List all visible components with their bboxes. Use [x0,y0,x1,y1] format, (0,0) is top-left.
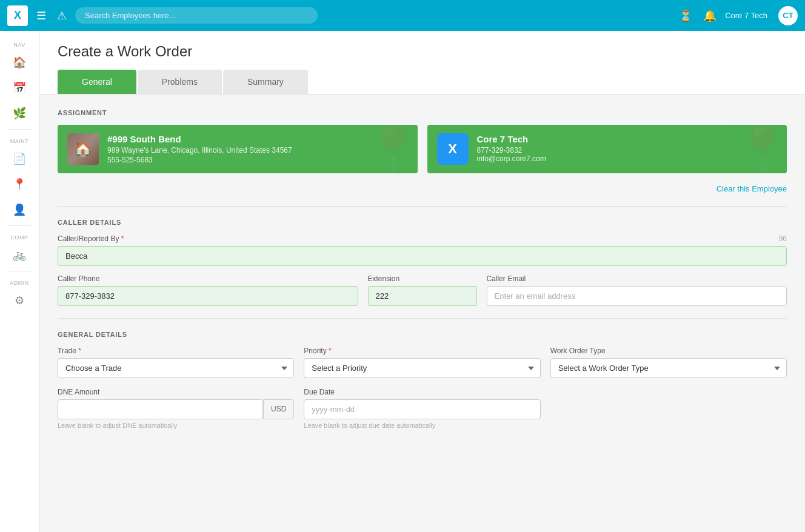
bell-icon[interactable]: 🔔 [701,7,719,25]
caller-email-input[interactable] [487,286,787,306]
due-date-group: Due Date Leave blank to adjust due date … [304,388,540,429]
dne-duedate-row: DNE Amount USD Leave blank to adjust DNE… [58,388,787,429]
general-section-title: GENERAL DETAILS [58,331,787,338]
property-card[interactable]: 🏠 #999 South Bend 989 Wayne's Lane, Chic… [58,125,418,173]
assignment-section: ASSIGNMENT 🏠 #999 South Bend 989 Wayne's… [58,109,787,194]
divider-1 [58,206,787,207]
page-header: Create a Work Order General Problems Sum… [39,31,805,95]
due-date-label: Due Date [304,388,540,396]
extension-label: Extension [368,274,477,283]
clear-employee-container: Clear this Employee [58,183,787,194]
sidebar-item-location[interactable]: 📍 [5,172,33,196]
sidebar-item-bike[interactable]: 🚲 [5,243,33,267]
main-content: Create a Work Order General Problems Sum… [39,31,805,532]
company-logo: X [437,133,469,165]
extension-input[interactable] [368,286,477,306]
trade-select[interactable]: Choose a Trade [58,358,294,378]
divider-2 [58,318,787,319]
dne-group: DNE Amount USD Leave blank to adjust DNE… [58,388,294,429]
sidebar-item-settings[interactable]: ⚙ [5,288,33,313]
sidebar-item-docs[interactable]: 📄 [5,147,33,171]
sidebar: NAV 🏠 📅 🌿 MAINT 📄 📍 👤 COMP 🚲 ADMIN ⚙ [0,31,39,532]
tabs: General Problems Summary [58,70,787,94]
hourglass-icon[interactable]: ⏳ [676,7,695,25]
priority-required: * [329,347,332,355]
caller-details-section: CALLER DETAILS Caller/Reported By * 96 C… [58,219,787,306]
sidebar-item-calendar[interactable]: 📅 [5,76,33,100]
general-details-section: GENERAL DETAILS Trade * Choose a Trade [58,331,787,429]
app-logo[interactable]: X [7,5,28,26]
comp-section-label: COMP [11,234,28,241]
dne-label: DNE Amount [58,388,294,396]
work-order-type-label: Work Order Type [550,347,787,355]
caller-email-group: Caller Email [487,274,787,306]
trade-group: Trade * Choose a Trade [58,347,294,378]
phone-label: Caller Phone [58,274,358,283]
caller-reported-group: Caller/Reported By * 96 [58,234,787,266]
tab-problems[interactable]: Problems [138,70,222,94]
tab-summary[interactable]: Summary [223,70,308,94]
sidebar-item-person[interactable]: 👤 [5,198,33,222]
search-input[interactable] [75,7,318,24]
nav-section-label: NAV [13,42,25,48]
avatar[interactable]: CT [778,6,798,25]
caller-label: Caller/Reported By * 96 [58,234,787,243]
property-thumbnail: 🏠 [67,133,99,165]
clear-employee-link[interactable]: Clear this Employee [716,184,787,193]
priority-select[interactable]: Select a Priority [304,358,540,378]
sidebar-item-home[interactable]: 🏠 [5,50,33,75]
top-nav: X ☰ ⚠ ⏳ 🔔 Core 7 Tech CT [0,0,805,31]
trade-label: Trade * [58,347,294,355]
hamburger-menu[interactable]: ☰ [34,7,48,25]
company-watermark: 📍 [732,125,787,173]
filter-icon[interactable]: ⚠ [55,7,69,25]
dne-hint: Leave blank to adjust DNE automatically [58,422,294,429]
priority-label: Priority * [304,347,540,355]
work-order-type-select[interactable]: Select a Work Order Type [550,358,787,378]
property-watermark: 📍 [363,125,418,173]
due-date-hint: Leave blank to adjust due date automatic… [304,422,540,429]
caller-phone-group: Caller Phone [58,274,358,306]
tab-general[interactable]: General [58,70,136,94]
assignment-cards: 🏠 #999 South Bend 989 Wayne's Lane, Chic… [58,125,787,173]
admin-section-label: ADMIN [10,280,29,286]
due-date-input[interactable] [304,399,540,419]
maint-section-label: MAINT [10,138,29,144]
sidebar-item-leaf[interactable]: 🌿 [5,101,33,125]
company-card[interactable]: X Core 7 Tech 877-329-3832 info@corp.cor… [427,125,787,173]
extension-group: Extension [368,274,477,306]
assignment-section-title: ASSIGNMENT [58,109,787,116]
trade-priority-row: Trade * Choose a Trade Priority * [58,347,787,378]
dne-input-row: USD [58,399,294,419]
caller-section-title: CALLER DETAILS [58,219,787,226]
caller-phone-row: Caller Phone Extension Caller Email [58,274,787,306]
dne-input[interactable] [58,399,263,419]
caller-input[interactable] [58,246,787,266]
required-star: * [121,234,124,243]
form-area: ASSIGNMENT 🏠 #999 South Bend 989 Wayne's… [39,95,805,453]
char-count: 96 [779,234,787,243]
email-label: Caller Email [487,274,787,283]
user-label: Core 7 Tech [725,11,767,20]
trade-required: * [78,347,81,355]
placeholder-group [550,388,787,429]
dne-suffix: USD [263,399,294,419]
work-order-type-group: Work Order Type Select a Work Order Type [550,347,787,378]
page-title: Create a Work Order [58,43,787,60]
caller-phone-input[interactable] [58,286,358,306]
priority-group: Priority * Select a Priority [304,347,540,378]
